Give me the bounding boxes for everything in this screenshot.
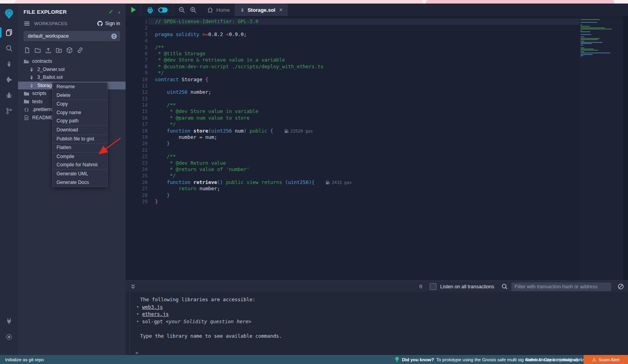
publish-link-button[interactable] bbox=[77, 47, 84, 54]
zoom-out-button[interactable] bbox=[178, 6, 185, 13]
line-number: 20 bbox=[126, 140, 148, 147]
collapse-terminal-icon[interactable] bbox=[130, 284, 136, 289]
code-line-27[interactable]: 27 return number; bbox=[126, 186, 628, 192]
workspace-select[interactable]: default_workspace bbox=[24, 31, 120, 41]
rail-settings[interactable] bbox=[0, 329, 18, 345]
solidity-file-icon bbox=[240, 7, 245, 13]
context-menu-item-compile[interactable]: Compile bbox=[53, 153, 107, 161]
code-line-7[interactable]: 7 * @dev Store & retrieve value in a var… bbox=[126, 57, 628, 63]
tree-item-2-owner-sol[interactable]: 2_Owner.sol bbox=[18, 66, 126, 74]
code-line-10[interactable]: 10contract Storage { bbox=[126, 76, 628, 83]
code-editor[interactable]: 1// SPDX-License-Identifier: GPL-3.023pr… bbox=[126, 16, 628, 280]
code-line-8[interactable]: 8 * @custom:dev-run-script ./scripts/dep… bbox=[126, 64, 628, 70]
code-line-13[interactable]: 13 bbox=[126, 96, 628, 102]
code-line-20[interactable]: 20 } bbox=[126, 140, 628, 147]
tab-home[interactable]: Home bbox=[202, 4, 235, 16]
code-line-12[interactable]: 12 uint256 number; bbox=[126, 89, 628, 95]
context-menu-item-rename[interactable]: Rename bbox=[53, 83, 107, 91]
context-menu-item-generate-docs[interactable]: Generate Docs bbox=[53, 178, 107, 187]
code-line-3[interactable]: 3pragma solidity >=0.8.2 <0.9.0; bbox=[126, 31, 628, 38]
new-folder-button[interactable] bbox=[34, 47, 41, 54]
code-line-23[interactable]: 23 * @dev Return value bbox=[126, 160, 628, 166]
rail-debugger[interactable] bbox=[0, 87, 18, 103]
context-menu-item-flatten[interactable]: Flatten bbox=[53, 144, 107, 152]
code-line-9[interactable]: 9 */ bbox=[126, 70, 628, 76]
tab-storage-sol[interactable]: Storage.sol × bbox=[235, 4, 287, 16]
line-number: 11 bbox=[126, 83, 148, 89]
context-menu-item-copy-name[interactable]: Copy name bbox=[53, 109, 107, 117]
context-menu-item-delete[interactable]: Delete bbox=[53, 91, 107, 100]
code-line-5[interactable]: 5/** bbox=[126, 44, 628, 51]
tree-item-contracts[interactable]: contracts bbox=[18, 57, 126, 66]
code-line-14[interactable]: 14 /** bbox=[126, 102, 628, 108]
terminal-line: • ethers.js bbox=[126, 311, 628, 318]
code-line-2[interactable]: 2 bbox=[126, 25, 628, 31]
github-signin-button[interactable]: Sign in bbox=[97, 20, 120, 27]
terminal-link[interactable]: ethers.js bbox=[142, 311, 169, 317]
git-init-button[interactable]: Initialize as git repo bbox=[5, 357, 44, 362]
rail-solidity-compiler[interactable] bbox=[0, 56, 18, 72]
rail-deploy-run[interactable] bbox=[0, 72, 18, 87]
zoom-in-button[interactable] bbox=[190, 6, 197, 13]
ai-copilot-icon[interactable] bbox=[146, 6, 154, 14]
tree-item-3-ballot-sol[interactable]: 3_Ballot.sol bbox=[18, 73, 126, 82]
scam-alert-button[interactable]: ⚠ Scam Alert bbox=[584, 355, 628, 364]
code-line-18[interactable]: 18 function store(uint256 num) public {2… bbox=[126, 128, 628, 134]
clear-console-icon[interactable] bbox=[617, 283, 624, 290]
terminal-link[interactable]: web3.js bbox=[142, 304, 163, 310]
code-line-29[interactable]: 29} bbox=[126, 198, 628, 205]
code-line-1[interactable]: 1// SPDX-License-Identifier: GPL-3.0 bbox=[126, 18, 628, 25]
rail-search[interactable] bbox=[0, 40, 18, 56]
minimap-line bbox=[581, 43, 592, 44]
terminal-toolbar: 0 Listen on all transactions bbox=[126, 280, 628, 292]
context-menu-item-generate-uml[interactable]: Generate UML bbox=[53, 170, 107, 178]
code-line-6[interactable]: 6 * @title Storage bbox=[126, 51, 628, 57]
upload-folder-button[interactable] bbox=[55, 47, 62, 54]
code-line-21[interactable]: 21 bbox=[126, 147, 628, 153]
context-menu-item-publish-file-to-gist[interactable]: Publish file to gist bbox=[53, 135, 107, 144]
transaction-filter-input[interactable] bbox=[511, 282, 611, 291]
terminal-output[interactable]: The following libraries are accessible:•… bbox=[126, 292, 628, 359]
rail-remix-logo[interactable] bbox=[0, 4, 18, 25]
file-icon bbox=[24, 115, 29, 120]
run-script-button[interactable] bbox=[130, 6, 137, 13]
code-line-22[interactable]: 22 /** bbox=[126, 153, 628, 160]
search-icon[interactable] bbox=[501, 283, 508, 290]
upload-file-button[interactable] bbox=[45, 47, 52, 54]
code-line-24[interactable]: 24 * @return value of 'number' bbox=[126, 166, 628, 173]
copilot-toggle[interactable] bbox=[158, 7, 168, 13]
code-text: */ bbox=[155, 121, 176, 127]
close-tab-icon[interactable]: × bbox=[279, 7, 282, 13]
lightbulb-icon bbox=[394, 357, 400, 362]
transaction-count: 0 bbox=[419, 284, 422, 289]
context-menu-item-copy-path[interactable]: Copy path bbox=[53, 117, 107, 126]
code-line-16[interactable]: 16 * @param num value to store bbox=[126, 115, 628, 121]
listen-checkbox[interactable] bbox=[430, 283, 436, 290]
rail-git[interactable] bbox=[0, 103, 18, 119]
chevron-right-icon[interactable]: › bbox=[118, 9, 120, 15]
code-text: } bbox=[155, 140, 170, 147]
code-line-11[interactable]: 11 bbox=[126, 83, 628, 89]
hamburger-menu-icon[interactable] bbox=[24, 21, 30, 26]
code-line-25[interactable]: 25 */ bbox=[126, 173, 628, 179]
warning-icon: ⚠ bbox=[592, 357, 597, 362]
code-line-15[interactable]: 15 * @dev Store value in variable bbox=[126, 108, 628, 115]
code-line-26[interactable]: 26 function retrieve() public view retur… bbox=[126, 179, 628, 186]
code-line-28[interactable]: 28 } bbox=[126, 192, 628, 198]
rail-plugin-manager[interactable] bbox=[0, 313, 18, 329]
copilot-status[interactable]: RemixAI Copilot (enabled) bbox=[526, 357, 578, 362]
context-menu-item-compile-for-nahmii[interactable]: Compile for Nahmii bbox=[53, 161, 107, 169]
context-menu-item-download[interactable]: Download bbox=[53, 126, 107, 135]
code-line-19[interactable]: 19 number = num; bbox=[126, 134, 628, 140]
rail-file-explorer[interactable] bbox=[0, 25, 18, 40]
new-file-button[interactable] bbox=[24, 47, 31, 54]
code-line-4[interactable]: 4 bbox=[126, 38, 628, 44]
select-arrows-icon bbox=[111, 33, 117, 39]
scrollbar[interactable] bbox=[623, 16, 628, 280]
minimap[interactable] bbox=[580, 16, 623, 280]
context-menu-item-copy[interactable]: Copy bbox=[53, 100, 107, 109]
ipfs-cube-button[interactable] bbox=[66, 47, 73, 54]
code-line-17[interactable]: 17 */ bbox=[126, 121, 628, 127]
code-text: * @custom:dev-run-script ./scripts/deplo… bbox=[155, 64, 323, 70]
code-text: */ bbox=[155, 173, 176, 179]
